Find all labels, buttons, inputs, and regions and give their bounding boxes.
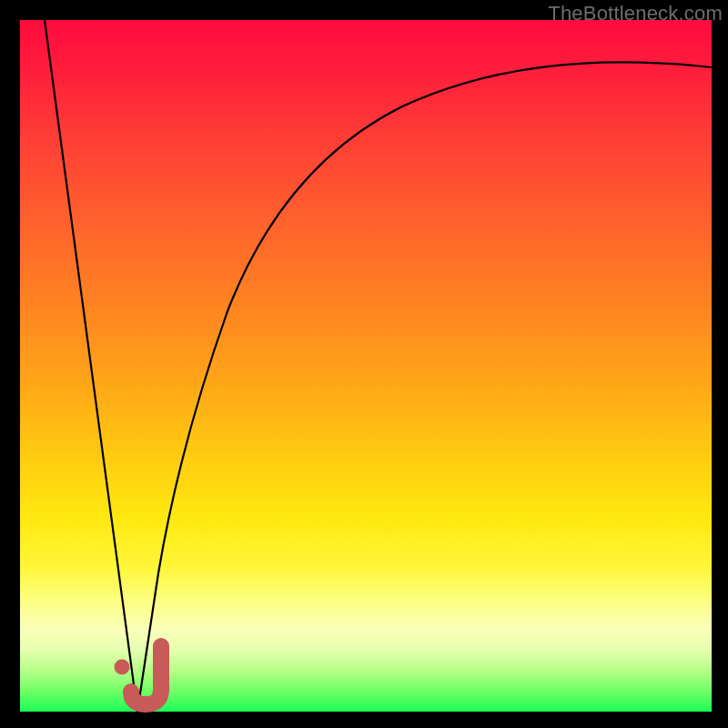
line-left-branch [45, 20, 137, 712]
watermark-text: TheBottleneck.com [548, 2, 723, 25]
j-dot [115, 660, 130, 675]
line-right-branch [137, 62, 712, 712]
chart-lines [20, 20, 712, 712]
